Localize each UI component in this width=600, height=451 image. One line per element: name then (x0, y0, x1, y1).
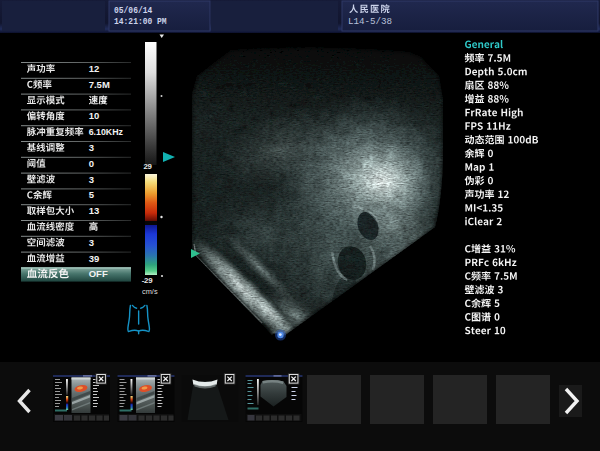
svg-text:3: 3 (89, 174, 94, 185)
svg-text:3: 3 (89, 142, 94, 153)
svg-text:39: 39 (89, 253, 100, 264)
svg-text:6.10KHz: 6.10KHz (89, 127, 124, 137)
svg-text:12: 12 (89, 63, 100, 74)
svg-text:13: 13 (89, 205, 100, 216)
svg-text:L14-5/38: L14-5/38 (348, 16, 392, 27)
svg-text:10: 10 (89, 110, 100, 121)
svg-text:29: 29 (144, 162, 153, 171)
svg-text:14:21:00 PM: 14:21:00 PM (114, 17, 167, 28)
svg-text:OFF: OFF (89, 268, 108, 279)
svg-text:0: 0 (89, 158, 94, 169)
svg-text:cm/s: cm/s (142, 287, 158, 296)
svg-text:05/06/14: 05/06/14 (114, 5, 152, 16)
svg-text:-29: -29 (142, 276, 153, 285)
svg-text:5: 5 (89, 189, 95, 200)
svg-text:3: 3 (89, 237, 94, 248)
svg-text:7.5M: 7.5M (89, 79, 110, 90)
